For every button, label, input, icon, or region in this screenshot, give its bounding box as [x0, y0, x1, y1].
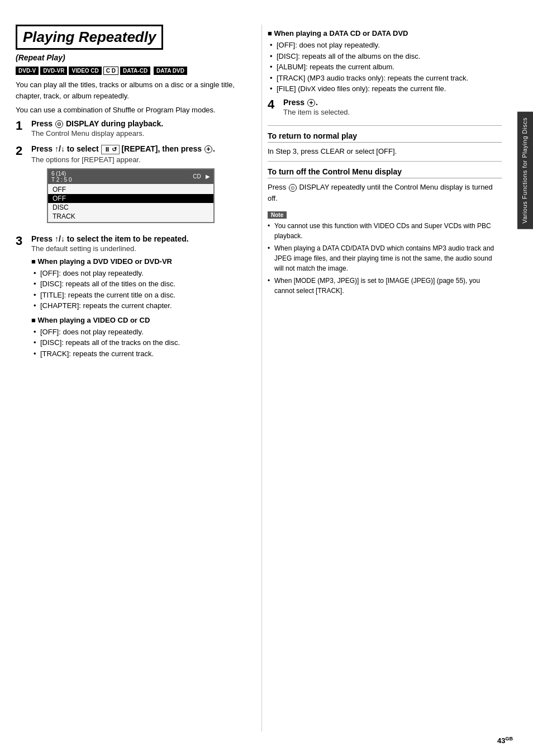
note-list: You cannot use this function with VIDEO … — [268, 221, 502, 296]
note-label: Note — [268, 211, 287, 219]
enter-icon: + — [204, 145, 212, 153]
videocd-item-1: [DISC]: repeats all of the tracks on the… — [34, 337, 250, 348]
step-2-desc: The options for [REPEAT] appear. — [31, 155, 250, 164]
dvd-item-0: [OFF]: does not play repeatedly. — [34, 268, 250, 279]
step-4-number: 4 — [268, 98, 280, 111]
menu-item-disc: DISC — [48, 203, 213, 212]
menu-item-off1: OFF — [48, 185, 213, 194]
step-3-desc: The default setting is underlined. — [31, 244, 250, 253]
repeat-icon-box: ⏸ ↺ — [101, 145, 120, 154]
menu-items-list: OFF OFF DISC TRACK — [48, 184, 213, 222]
datacd-item-1: [DISC]: repeats all of the albums on the… — [270, 51, 502, 62]
side-tab: Various Functions for Playing Discs — [517, 112, 533, 229]
datacd-item-3: [TRACK] (MP3 audio tracks only): repeats… — [270, 73, 502, 84]
badge-dvdvr: DVD-VR — [40, 67, 67, 75]
intro-text-1: You can play all the titles, tracks or a… — [16, 79, 250, 101]
step-3-number: 3 — [16, 234, 28, 248]
datacd-item-2: [ALBUM]: repeats the current album. — [270, 62, 502, 73]
step-4-desc: The item is selected. — [283, 108, 502, 116]
step-4: 4 Press +. The item is selected. — [268, 98, 502, 119]
badge-datadvd: DATA DVD — [154, 67, 187, 75]
step-2-content: Press ↑/↓ to select ⏸ ↺ [REPEAT], then p… — [31, 144, 250, 230]
menu-item-off2-selected: OFF — [48, 194, 213, 203]
intro-text-2: You can use a combination of Shuffle or … — [16, 105, 250, 116]
badge-datacd: DATA-CD — [120, 67, 150, 75]
turn-off-text: Press ⊙ DISPLAY repeatedly until the Con… — [268, 182, 502, 204]
step-3-title: Press ↑/↓ to select the item to be repea… — [31, 234, 250, 243]
disc-badges: DVD-V DVD-VR VIDEO CD C D DATA-CD DATA D… — [16, 67, 250, 75]
note-item-1: When playing a DATA CD/DATA DVD which co… — [268, 243, 502, 273]
datacd-item-4: [FILE] (DivX video files only): repeats … — [270, 83, 502, 94]
menu-arrow: ▶ — [206, 173, 210, 179]
step-3-content: Press ↑/↓ to select the item to be repea… — [31, 234, 250, 363]
enter-icon-step4: + — [307, 99, 315, 107]
divider-2 — [268, 161, 502, 162]
note-item-2: When [MODE (MP3, JPEG)] is set to [IMAGE… — [268, 276, 502, 296]
step-1-content: Press ⊙ DISPLAY during playback. The Con… — [31, 119, 250, 140]
videocd-item-2: [TRACK]: repeats the current track. — [34, 348, 250, 360]
step-1: 1 Press ⊙ DISPLAY during playback. The C… — [16, 119, 250, 140]
step-1-number: 1 — [16, 119, 28, 133]
step-1-desc: The Control Menu display appears. — [31, 129, 250, 138]
menu-track-info: 6 (14) T 2 : 5 0 — [51, 171, 72, 183]
step-2-number: 2 — [16, 144, 28, 158]
pause-icon: ⏸ — [104, 146, 110, 153]
divider-1 — [268, 125, 502, 126]
note-item-0: You cannot use this function with VIDEO … — [268, 221, 502, 241]
page-number: 43GB — [497, 736, 513, 745]
right-column: When playing a DATA CD or DATA DVD [OFF]… — [261, 25, 502, 731]
menu-display: 6 (14) T 2 : 5 0 CD ▶ OFF OFF — [47, 168, 215, 223]
subtitle: (Repeat Play) — [16, 53, 250, 62]
dvd-item-2: [TITLE]: repeats the current title on a … — [34, 290, 250, 301]
menu-item-track: TRACK — [48, 212, 213, 221]
videocd-item-0: [OFF]: does not play repeatedly. — [34, 327, 250, 338]
dvd-section-list: [OFF]: does not play repeatedly. [DISC]:… — [31, 268, 250, 311]
return-normal-text: In Step 3, press CLEAR or select [OFF]. — [268, 146, 502, 157]
step-4-content: Press +. The item is selected. — [283, 98, 502, 119]
step-1-title: Press ⊙ DISPLAY during playback. — [31, 119, 250, 128]
videocd-section-list: [OFF]: does not play repeatedly. [DISC]:… — [31, 327, 250, 360]
dvd-item-1: [DISC]: repeats all of the titles on the… — [34, 278, 250, 290]
videocd-section-heading: When playing a VIDEO CD or CD — [31, 316, 250, 324]
step-3: 3 Press ↑/↓ to select the item to be rep… — [16, 234, 250, 363]
badge-dvdv: DVD-V — [16, 67, 39, 75]
left-column: Playing Repeatedly (Repeat Play) DVD-V D… — [16, 25, 250, 731]
dvd-item-3: [CHAPTER]: repeats the current chapter. — [34, 300, 250, 311]
datacd-item-0: [OFF]: does not play repeatedly. — [270, 40, 502, 51]
return-normal-heading: To return to normal play — [268, 131, 502, 143]
step-4-title: Press +. — [283, 98, 502, 107]
dvd-section-heading: When playing a DVD VIDEO or DVD-VR — [31, 257, 250, 266]
datacd-section-list: [OFF]: does not play repeatedly. [DISC]:… — [268, 40, 502, 94]
step-2-title: Press ↑/↓ to select ⏸ ↺ [REPEAT], then p… — [31, 144, 250, 154]
repeat-arrows-icon: ↺ — [112, 146, 117, 153]
display-icon-1: ⊙ — [55, 120, 63, 128]
page-title: Playing Repeatedly — [16, 25, 163, 50]
menu-top-bar: 6 (14) T 2 : 5 0 CD ▶ — [48, 169, 213, 184]
menu-disc-label: CD ▶ — [193, 173, 210, 179]
display-icon-3: ⊙ — [289, 184, 297, 192]
badge-videocd: VIDEO CD — [69, 67, 101, 75]
badge-cd: C D — [103, 67, 118, 75]
datacd-section-heading: When playing a DATA CD or DATA DVD — [268, 29, 502, 37]
step-2: 2 Press ↑/↓ to select ⏸ ↺ [REPEAT], then… — [16, 144, 250, 230]
note-box: Note You cannot use this function with V… — [268, 210, 502, 296]
turn-off-heading: To turn off the Control Menu display — [268, 167, 502, 178]
